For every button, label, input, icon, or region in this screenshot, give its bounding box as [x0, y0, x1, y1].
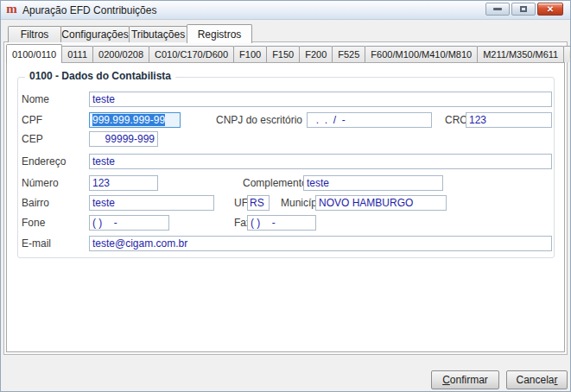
- cpf-label: CPF: [22, 112, 42, 128]
- tab-f600-m100-m410-m810[interactable]: F600/M100/M410/M810: [365, 46, 478, 62]
- confirm-button[interactable]: Confirmar: [431, 370, 499, 389]
- fone-label: Fone: [22, 215, 45, 231]
- crc-label: CRC: [445, 112, 467, 128]
- registros-tabstrip: 0100/0110 0111 0200/0208 C010/C170/D600 …: [6, 44, 571, 62]
- endereco-label: Endereço: [22, 154, 66, 169]
- cancel-button[interactable]: Cancelar: [506, 370, 568, 389]
- tab-0100-0110[interactable]: 0100/0110: [6, 44, 62, 63]
- bairro-input[interactable]: [89, 195, 214, 211]
- window-title: Apuração EFD Contribuições: [22, 4, 156, 16]
- uf-label: UF: [234, 195, 248, 211]
- tab-f150[interactable]: F150: [266, 46, 300, 62]
- tab-0200-0208[interactable]: 0200/0208: [92, 46, 149, 62]
- tab-m211-m350-m611[interactable]: M211/M350/M611: [477, 46, 564, 62]
- cancel-label-pre: Cancela: [516, 374, 554, 386]
- titlebar: m Apuração EFD Contribuições ✕: [1, 1, 570, 20]
- tab-filtros[interactable]: Filtros: [8, 26, 61, 42]
- municipio-input[interactable]: [315, 195, 447, 211]
- fax-input[interactable]: [247, 215, 316, 231]
- close-icon: ✕: [547, 4, 554, 14]
- cpf-selected-text: 999.999.999-99: [92, 114, 165, 126]
- maximize-icon: [520, 6, 527, 12]
- tab-c010-c170-d600[interactable]: C010/C170/D600: [149, 46, 234, 62]
- registros-page: 0100/0110 0111 0200/0208 C010/C170/D600 …: [3, 41, 568, 355]
- minimize-button[interactable]: [485, 3, 510, 16]
- window-controls: ✕: [485, 3, 563, 16]
- endereco-input[interactable]: [89, 154, 552, 169]
- tab-configuracoes[interactable]: Configurações: [60, 26, 130, 42]
- tab-tributacoes[interactable]: Tributações: [129, 26, 187, 42]
- numero-input[interactable]: [89, 175, 158, 191]
- app-logo-icon: m: [5, 3, 18, 16]
- close-button[interactable]: ✕: [537, 3, 563, 16]
- email-input[interactable]: [89, 236, 552, 251]
- cancel-mnemonic: r: [555, 374, 558, 386]
- tab-f525[interactable]: F525: [332, 46, 365, 62]
- maximize-button[interactable]: [511, 3, 536, 16]
- crc-input[interactable]: [466, 112, 552, 128]
- tab-0100-0110-page: 0100 - Dados do Contabilista Nome CPF 99…: [6, 62, 565, 352]
- contabilista-groupbox: 0100 - Dados do Contabilista Nome CPF 99…: [17, 77, 555, 258]
- tab-0111[interactable]: 0111: [61, 46, 93, 62]
- email-label: E-mail: [22, 236, 51, 251]
- main-tabstrip: Filtros Configurações Tributações Regist…: [8, 24, 251, 42]
- nome-input[interactable]: [89, 92, 552, 107]
- cnpj-label: CNPJ do escritório: [216, 112, 302, 128]
- bairro-label: Bairro: [22, 195, 49, 211]
- cep-input[interactable]: [89, 131, 158, 147]
- tab-f200[interactable]: F200: [299, 46, 333, 62]
- minimize-icon: [493, 8, 502, 10]
- tab-bloco1[interactable]: Bloco1: [563, 46, 571, 62]
- tab-f100[interactable]: F100: [233, 46, 267, 62]
- confirm-label-rest: onfirmar: [450, 374, 488, 386]
- tab-registros[interactable]: Registros: [187, 24, 252, 43]
- uf-input[interactable]: [247, 195, 270, 211]
- confirm-mnemonic: C: [442, 374, 450, 386]
- groupbox-title: 0100 - Dados do Contabilista: [25, 70, 175, 82]
- nome-label: Nome: [22, 92, 49, 107]
- cnpj-input[interactable]: [307, 112, 432, 128]
- complemento-label: Complemento: [243, 175, 308, 191]
- complemento-input[interactable]: [303, 175, 443, 191]
- fone-input[interactable]: [89, 215, 169, 231]
- cpf-input[interactable]: 999.999.999-99: [89, 112, 181, 128]
- app-window: m Apuração EFD Contribuições ✕ Filtros C…: [0, 0, 571, 392]
- numero-label: Número: [22, 175, 59, 191]
- cep-label: CEP: [22, 131, 43, 147]
